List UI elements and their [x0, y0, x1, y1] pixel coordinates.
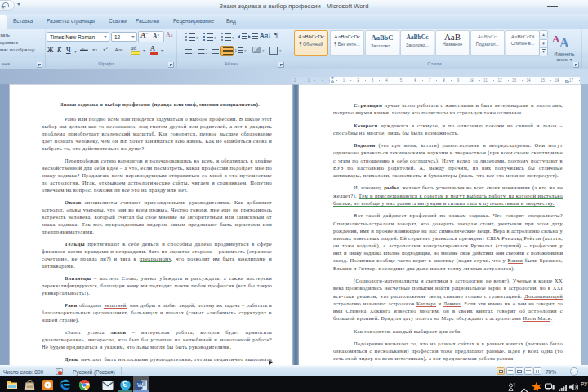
svg-text:W: W [137, 381, 144, 389]
